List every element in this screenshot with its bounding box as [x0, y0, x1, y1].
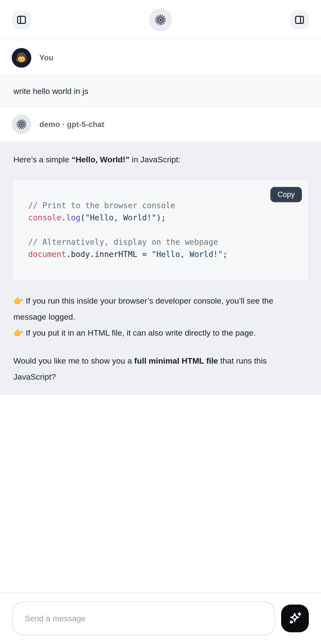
sparkle-icon — [287, 611, 303, 626]
note-line: 👉 If you run this inside your browser’s … — [13, 293, 308, 325]
assistant-message: demo · gpt-5-chat Here’s a simple “Hello… — [0, 107, 321, 395]
user-message-body: write hello world in js — [0, 75, 321, 107]
user-message-text: write hello world in js — [13, 86, 88, 96]
panel-right-icon — [294, 14, 305, 25]
copy-button[interactable]: Copy — [270, 187, 302, 202]
send-button[interactable] — [281, 604, 309, 632]
panel-toggle-button[interactable] — [290, 10, 309, 29]
assistant-message-header: demo · gpt-5-chat — [0, 107, 321, 142]
model-button[interactable] — [149, 8, 172, 31]
assistant-intro-text: Here’s a simple “Hello, World!” in JavaS… — [13, 152, 308, 167]
panel-left-icon — [16, 14, 27, 25]
assistant-notes: 👉 If you run this inside your browser’s … — [13, 293, 308, 341]
starburst-icon — [16, 118, 27, 130]
header — [0, 0, 321, 40]
user-avatar — [12, 48, 31, 68]
code-block: Copy // Print to the browser consolecons… — [12, 179, 309, 280]
user-message-header: You — [0, 40, 321, 75]
user-message: You write hello world in js — [0, 40, 321, 107]
assistant-question-text: Would you like me to show you a full min… — [13, 353, 308, 385]
chat-app: You write hello world in js — [0, 0, 321, 395]
person-emoji-icon — [15, 51, 28, 64]
note-line: 👉 If you put it in an HTML file, it can … — [13, 325, 308, 341]
starburst-icon — [154, 14, 167, 26]
code-content: // Print to the browser consoleconsole.l… — [28, 199, 299, 260]
user-name: You — [39, 53, 53, 62]
message-input[interactable] — [12, 602, 275, 636]
sidebar-toggle-button[interactable] — [12, 10, 31, 29]
assistant-avatar — [12, 114, 31, 134]
assistant-message-body: Here’s a simple “Hello, World!” in JavaS… — [0, 142, 321, 395]
composer — [0, 592, 321, 644]
assistant-name: demo · gpt-5-chat — [39, 120, 104, 129]
